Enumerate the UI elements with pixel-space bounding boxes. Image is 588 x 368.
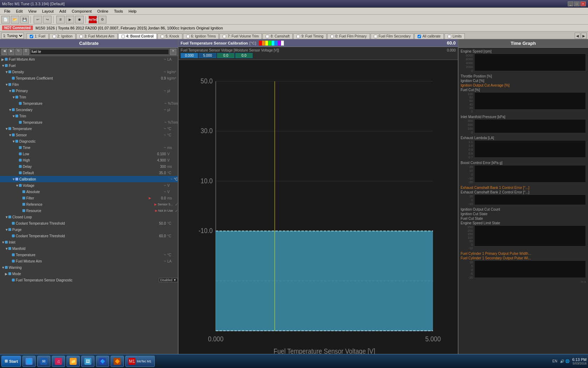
menu-file[interactable]: File	[1, 9, 13, 13]
toolbar-motec-icon[interactable]: MoTeC	[89, 16, 97, 23]
tab-prev[interactable]: ◀	[575, 33, 580, 39]
tab-film-secondary[interactable]: Fuel Film Secondary	[371, 33, 414, 39]
taskbar-app-photo[interactable]: 🖼	[81, 356, 94, 367]
tree-item-diag-default[interactable]: Default 35.0 °C	[0, 170, 178, 176]
tree-close-btn[interactable]: ✕	[170, 49, 176, 55]
taskbar-app-chrome[interactable]: 🌐	[22, 356, 36, 367]
tab-film-primary[interactable]: 0: Fuel Film Primary	[327, 33, 370, 39]
tab-knock[interactable]: 5: Knock	[158, 33, 182, 39]
menu-component[interactable]: Component	[69, 9, 94, 13]
tree-item-secondary-trim[interactable]: ▼ Trim	[0, 113, 178, 119]
tree-item-purge[interactable]: ▼ Purge	[0, 226, 178, 233]
tree-item-trim-temp[interactable]: Temperature ~ %Trim	[0, 100, 178, 107]
chart-subtitle: Fuel Temperature Sensor Voltage [Moistur…	[181, 48, 279, 52]
toolbar-record[interactable]: ⏺	[75, 16, 84, 23]
tab-limits[interactable]: Limits	[444, 33, 465, 39]
tree-item-manifold-fuel-aim[interactable]: Fuel Mixture Aim ~ LA	[0, 258, 178, 264]
start-icon: ⊞	[5, 359, 8, 363]
tree-item-coolant-threshold-1[interactable]: Coolant Temperature Threshold 50.0 °C	[0, 220, 178, 226]
tree-item-trim[interactable]: ▼ Trim	[0, 94, 178, 100]
menu-layout[interactable]: Layout	[39, 9, 56, 13]
tree-item-diag-time[interactable]: Time ~ ms	[0, 144, 178, 151]
tree-item-fuel-mixture-aim[interactable]: ▶ Fuel Mixture Aim ~ LA	[0, 56, 178, 62]
tree-item-resource[interactable]: Resource ▶ Not in Use ✓	[0, 207, 178, 214]
toolbar-pause[interactable]: ⏸	[56, 16, 65, 23]
ctrl-cell-3[interactable]: 0.0	[217, 53, 234, 58]
calibrate-panel-header: Calibrate	[0, 39, 178, 48]
tree-item-filter[interactable]: Filter ▶ 0.0 ms	[0, 195, 178, 201]
tree-item-diagnostic[interactable]: ▼ Diagnostic	[0, 138, 178, 144]
tab-boost-control[interactable]: 4: Boost Control	[118, 33, 157, 39]
tree-item-inlet[interactable]: ▼ Inlet	[0, 239, 178, 245]
maximize-button[interactable]: □	[574, 1, 580, 6]
tab-fuel-mixture[interactable]: 3: Fuel Mixture Aim	[76, 33, 118, 39]
tree-item-closed-loop[interactable]: ▼ Closed Loop	[0, 214, 178, 220]
taskbar-app-outlook[interactable]: ✉	[37, 356, 50, 367]
tree-expand-btn[interactable]: ▶	[8, 49, 14, 55]
tree-item-voltage[interactable]: ▼ Voltage ~ V	[0, 182, 178, 189]
tree-item-primary[interactable]: ▼ Primary ~ μl	[0, 88, 178, 94]
menu-edit[interactable]: Edit	[13, 9, 26, 13]
toolbar-redo[interactable]: ↪	[43, 16, 51, 23]
tree-item-secondary-trim-temp[interactable]: Temperature ~ %Trim	[0, 119, 178, 125]
taskbar-app-motec[interactable]: M1 MoTec M1	[125, 356, 155, 367]
tab-ignition[interactable]: 2: Ignition	[49, 33, 76, 39]
taskbar-app-6[interactable]: 🔶	[111, 356, 124, 367]
close-button[interactable]: ×	[580, 1, 586, 6]
ctrl-cell-1[interactable]: 0.000	[181, 53, 198, 58]
minimize-button[interactable]: _	[568, 1, 573, 6]
taskbar-app-explorer[interactable]: 📁	[66, 356, 80, 367]
tab-fuel-volume[interactable]: 7: Fuel Volume Trim	[219, 33, 262, 39]
tree-item-diag-delay[interactable]: Delay 300 ms	[0, 163, 178, 170]
workspace-selector[interactable]: 1: Tuning	[1, 33, 24, 39]
menu-view[interactable]: View	[26, 9, 40, 13]
tab-next[interactable]: ▶	[581, 33, 587, 39]
time-graph-panel: Time Graph Engine Speed [rpm] 8000600040…	[458, 39, 588, 359]
tree-item-reference[interactable]: Reference ▶ Sensor 5... ✓	[0, 201, 178, 207]
tree-search-input[interactable]	[30, 49, 169, 55]
tree-refresh-btn[interactable]: ↻	[15, 49, 22, 55]
tree-filter-btn[interactable]: ☰	[23, 49, 29, 55]
taskbar-app-5[interactable]: 🔷	[96, 356, 109, 367]
tree-item-calibration[interactable]: ▼ Calibration ~ °C	[0, 176, 178, 182]
ctrl-cell-4[interactable]: 0.0	[235, 53, 253, 58]
toolbar-undo[interactable]: ↩	[34, 16, 42, 23]
tg-boost-control-label: Boost Control Error [kPa g]	[461, 161, 586, 165]
menu-add[interactable]: Add	[56, 9, 69, 13]
tree-item-warning[interactable]: ▼ Warning	[0, 264, 178, 271]
tg-fuel-cyl1-secondary-label: Fuel Cylinder 1 Secondary Output Pulse W…	[461, 256, 586, 260]
tab-fuel[interactable]: 1: Fuel	[27, 33, 49, 39]
tree-item-temperature[interactable]: ▼ Temperature ~ °C	[0, 125, 178, 132]
tree-item-secondary[interactable]: ▼ Secondary ~ μl	[0, 107, 178, 113]
tree-item-coolant-threshold-2[interactable]: Coolant Temperature Threshold 60.0 °C	[0, 233, 178, 239]
tree-item-diag-high[interactable]: High 4.900 V	[0, 157, 178, 163]
tree-item-absolute[interactable]: Absolute ~ V	[0, 189, 178, 195]
toolbar-settings[interactable]: ⚙	[98, 16, 106, 23]
tree-item-mode[interactable]: ▶ Mode	[0, 271, 178, 277]
menu-tools[interactable]: Tools	[111, 9, 126, 13]
tree-item-temp-coeff[interactable]: Temperature Coefficient 0.9 kg/m³	[0, 75, 178, 81]
start-button[interactable]: ⊞ Start	[1, 356, 21, 367]
tree-item-film[interactable]: ▼ Film	[0, 81, 178, 88]
toolbar-save[interactable]: 💾	[20, 16, 29, 23]
toolbar-open[interactable]: 📂	[11, 16, 19, 23]
tree-item-sensor[interactable]: ▼ Sensor ~ °C	[0, 132, 178, 138]
menu-online[interactable]: Online	[94, 9, 111, 13]
tab-fuel-timing[interactable]: 9: Fuel Timing	[293, 33, 327, 39]
tab-ignition-trims[interactable]: 6: Ignition Trims	[183, 33, 219, 39]
connection-info: M150 1626 | Toyota 86 2012 FA20D [01.07.…	[36, 26, 223, 30]
tree-item-fuel[interactable]: ▼ Fuel	[0, 62, 178, 69]
tab-all-calibrate[interactable]: All calibrate	[414, 33, 444, 39]
toolbar-play[interactable]: ▶	[66, 16, 74, 23]
taskbar-app-itunes[interactable]: ♫	[52, 356, 65, 367]
tree-item-manifold[interactable]: ▼ Manifold	[0, 245, 178, 252]
tree-item-diag-mode[interactable]: Fuel Temperature Sensor Diagnostic Disab…	[0, 277, 178, 283]
toolbar-new[interactable]: 📄	[1, 16, 10, 23]
menu-help[interactable]: Help	[126, 9, 139, 13]
tree-collapse-btn[interactable]: ◀	[1, 49, 7, 55]
tree-item-density[interactable]: ▼ Density ~ kg/m³	[0, 69, 178, 75]
tree-item-diag-low[interactable]: Low 0.100 V	[0, 151, 178, 157]
tab-camshaft[interactable]: 8: Camshaft	[262, 33, 293, 39]
tree-item-manifold-temp[interactable]: Temperature ~ °C	[0, 252, 178, 258]
ctrl-cell-2[interactable]: 5.000	[199, 53, 216, 58]
